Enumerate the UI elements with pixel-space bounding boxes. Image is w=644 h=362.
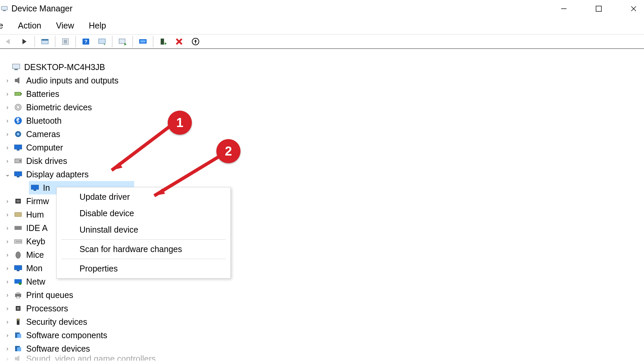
svg-point-66 bbox=[17, 319, 19, 320]
tree-category[interactable]: ›Processors bbox=[0, 302, 644, 315]
menu-file[interactable]: le bbox=[0, 20, 6, 31]
tree-category-label: Bluetooth bbox=[26, 117, 62, 125]
chevron-right-icon[interactable]: › bbox=[4, 104, 11, 110]
chevron-right-icon[interactable]: › bbox=[4, 292, 11, 298]
chevron-right-icon[interactable]: › bbox=[4, 77, 11, 83]
tree-category[interactable]: ›Computer bbox=[0, 141, 644, 154]
chevron-right-icon[interactable]: › bbox=[4, 279, 11, 285]
tree-category-label: Disk drives bbox=[26, 157, 67, 165]
tree-category-label: Audio inputs and outputs bbox=[26, 76, 118, 85]
svg-point-59 bbox=[19, 282, 21, 285]
tree-category[interactable]: ›Cameras bbox=[0, 127, 644, 141]
window-title: Device Manager bbox=[11, 4, 72, 13]
tree-category[interactable]: ›Batteries bbox=[0, 87, 644, 101]
annotation-badge-2: 2 bbox=[216, 139, 240, 163]
tree-category[interactable]: ›Disk drives bbox=[0, 154, 644, 168]
device-manager-icon bbox=[1, 5, 8, 12]
menu-action[interactable]: Action bbox=[15, 20, 44, 31]
tree-category-label: Software components bbox=[26, 331, 107, 340]
chevron-right-icon[interactable]: › bbox=[4, 198, 11, 204]
svg-rect-45 bbox=[34, 190, 36, 191]
svg-marker-23 bbox=[165, 42, 167, 45]
help-button[interactable]: ? bbox=[79, 36, 93, 48]
chevron-right-icon[interactable]: › bbox=[4, 332, 11, 338]
tree-category[interactable]: ›Biometric devices bbox=[0, 101, 644, 114]
svg-rect-44 bbox=[31, 185, 39, 189]
tree-category[interactable]: ›Security devices bbox=[0, 315, 644, 328]
window-controls bbox=[556, 0, 644, 17]
ctx-disable-device[interactable]: Disable device bbox=[57, 205, 230, 222]
ctx-scan-hardware[interactable]: Scan for hardware changes bbox=[57, 241, 230, 257]
svg-rect-21 bbox=[140, 40, 146, 43]
tree-category[interactable]: ›Audio inputs and outputs bbox=[0, 74, 644, 87]
svg-rect-49 bbox=[15, 226, 21, 230]
svg-rect-61 bbox=[16, 292, 20, 294]
ctx-properties[interactable]: Properties bbox=[57, 260, 230, 277]
chevron-right-icon[interactable]: › bbox=[4, 131, 11, 137]
tree-category-label: Security devices bbox=[26, 318, 87, 326]
chevron-right-icon[interactable]: › bbox=[4, 158, 11, 164]
chevron-right-icon[interactable]: › bbox=[4, 346, 11, 352]
svg-rect-62 bbox=[16, 296, 20, 298]
expander-icon bbox=[2, 64, 9, 70]
scan-hardware-button[interactable] bbox=[136, 36, 150, 48]
svg-rect-28 bbox=[12, 64, 20, 69]
ctx-update-driver[interactable]: Update driver bbox=[57, 189, 230, 205]
monitor-icon bbox=[30, 183, 40, 192]
tree-category[interactable]: ›Print queues bbox=[0, 288, 644, 302]
svg-rect-39 bbox=[17, 149, 19, 150]
menu-view[interactable]: View bbox=[53, 20, 77, 31]
ctx-separator bbox=[61, 259, 226, 259]
svg-rect-52 bbox=[14, 240, 22, 243]
chevron-right-icon[interactable]: › bbox=[4, 265, 11, 271]
toolbar-separator bbox=[153, 36, 153, 47]
refresh-button[interactable] bbox=[95, 36, 109, 48]
menu-help[interactable]: Help bbox=[86, 20, 109, 31]
chevron-right-icon[interactable]: › bbox=[4, 144, 11, 150]
svg-rect-68 bbox=[17, 334, 21, 338]
chevron-right-icon[interactable]: › bbox=[4, 305, 11, 311]
show-hidden-devices-button[interactable] bbox=[38, 36, 52, 48]
update-driver-button[interactable] bbox=[115, 36, 129, 48]
disk-icon bbox=[13, 156, 23, 166]
add-legacy-hardware-button[interactable] bbox=[156, 36, 170, 48]
chevron-right-icon[interactable]: › bbox=[4, 212, 11, 218]
svg-marker-17 bbox=[104, 44, 105, 45]
chevron-down-icon[interactable]: ⌄ bbox=[4, 171, 11, 177]
back-button[interactable] bbox=[1, 36, 15, 48]
svg-point-33 bbox=[15, 104, 21, 110]
printer-icon bbox=[13, 290, 23, 300]
tree-category[interactable]: ⌄Display adapters bbox=[0, 168, 644, 181]
tree-root[interactable]: DESKTOP-MC4H3JB bbox=[0, 60, 644, 74]
minimize-button[interactable] bbox=[556, 1, 572, 16]
tree-category[interactable]: ›Software components bbox=[0, 328, 644, 342]
properties-button[interactable] bbox=[58, 36, 72, 48]
tree-category[interactable]: ›Software devices bbox=[0, 342, 644, 355]
ctx-separator bbox=[61, 239, 226, 240]
chevron-right-icon[interactable]: › bbox=[4, 319, 11, 325]
ctx-uninstall-device[interactable]: Uninstall device bbox=[57, 222, 230, 238]
svg-rect-22 bbox=[161, 39, 164, 45]
svg-rect-57 bbox=[17, 270, 19, 271]
chevron-right-icon[interactable]: › bbox=[4, 91, 11, 97]
chevron-right-icon[interactable]: › bbox=[4, 225, 11, 231]
uninstall-device-button[interactable] bbox=[172, 36, 186, 48]
install-driver-button[interactable] bbox=[189, 36, 203, 48]
svg-rect-29 bbox=[14, 69, 18, 70]
tree-category-label: Software devices bbox=[26, 345, 90, 353]
svg-rect-43 bbox=[17, 176, 19, 177]
forward-button[interactable] bbox=[17, 36, 32, 48]
chevron-right-icon[interactable]: › bbox=[4, 252, 11, 258]
svg-point-55 bbox=[16, 252, 20, 258]
toolbar-separator bbox=[132, 36, 133, 47]
svg-marker-30 bbox=[15, 77, 19, 83]
chevron-right-icon[interactable]: › bbox=[4, 238, 11, 244]
tree-category[interactable]: ›Bluetooth bbox=[0, 114, 644, 127]
fingerprint-icon bbox=[13, 103, 23, 112]
svg-marker-27 bbox=[194, 40, 197, 44]
chevron-right-icon[interactable]: › bbox=[4, 118, 11, 124]
close-button[interactable] bbox=[626, 1, 641, 16]
toolbar-separator bbox=[75, 36, 76, 47]
ide-icon bbox=[13, 223, 23, 233]
maximize-button[interactable] bbox=[591, 1, 606, 16]
